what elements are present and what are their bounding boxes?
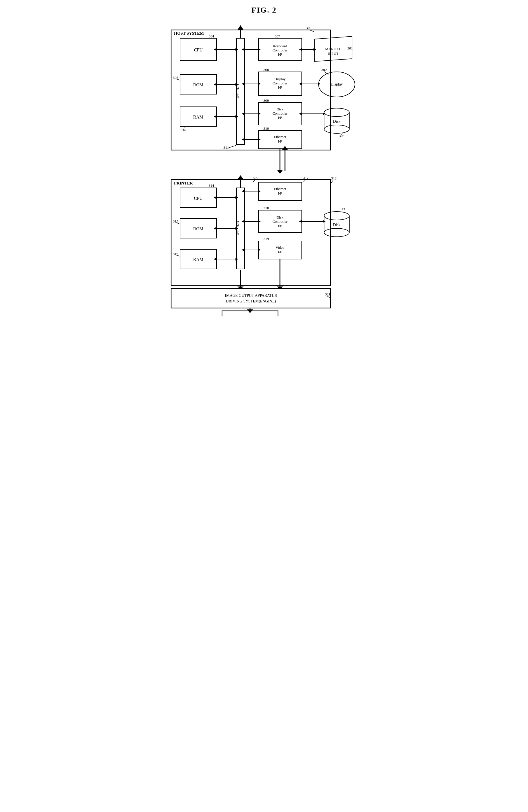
svg-text:Keyboard: Keyboard — [273, 44, 287, 48]
svg-point-122 — [324, 212, 349, 220]
svg-marker-147 — [323, 220, 326, 223]
svg-marker-148 — [299, 220, 302, 223]
svg-text:307: 307 — [275, 34, 280, 38]
svg-marker-74 — [242, 138, 244, 141]
svg-marker-136 — [214, 258, 216, 261]
svg-rect-36 — [258, 131, 302, 149]
svg-marker-167 — [247, 309, 253, 313]
svg-text:CPU: CPU — [237, 84, 240, 90]
svg-text:320: 320 — [253, 176, 258, 180]
svg-text:310: 310 — [263, 126, 269, 131]
svg-rect-12 — [180, 107, 216, 126]
svg-text:Disk: Disk — [333, 223, 340, 227]
svg-text:312: 312 — [331, 176, 337, 180]
svg-rect-95 — [180, 219, 216, 238]
svg-text:INPUT: INPUT — [328, 52, 338, 56]
svg-text:Disk: Disk — [276, 215, 284, 219]
svg-marker-82 — [323, 112, 326, 115]
svg-text:318: 318 — [263, 206, 269, 210]
svg-text:305: 305 — [173, 75, 179, 79]
svg-rect-162 — [222, 311, 278, 316]
svg-text:Display: Display — [274, 77, 286, 81]
svg-text:I/F: I/F — [278, 250, 282, 254]
svg-text:317: 317 — [303, 176, 309, 180]
svg-point-43 — [318, 72, 355, 97]
svg-line-152 — [331, 180, 333, 183]
svg-marker-77 — [299, 48, 302, 51]
svg-text:BUS: BUS — [237, 230, 240, 235]
svg-line-98 — [176, 222, 180, 224]
svg-line-112 — [303, 180, 305, 182]
svg-point-125 — [324, 228, 349, 237]
svg-text:Controller: Controller — [272, 111, 287, 115]
svg-text:321: 321 — [325, 292, 331, 296]
svg-text:RAM: RAM — [193, 115, 203, 119]
svg-line-157 — [328, 296, 331, 298]
svg-text:Ethernet: Ethernet — [274, 135, 286, 139]
svg-rect-99 — [180, 249, 216, 269]
svg-marker-40 — [314, 37, 352, 61]
svg-marker-65 — [242, 48, 244, 51]
svg-text:308: 308 — [263, 68, 269, 72]
svg-marker-62 — [214, 115, 216, 118]
svg-line-11 — [176, 79, 180, 80]
svg-text:IMAGE OUTPUT APPARATUS: IMAGE OUTPUT APPARATUS — [225, 293, 277, 298]
svg-line-53 — [341, 133, 342, 135]
svg-text:ROM: ROM — [193, 227, 203, 231]
svg-rect-108 — [258, 182, 302, 200]
svg-rect-8 — [180, 75, 216, 94]
svg-text:306: 306 — [181, 128, 186, 132]
svg-text:309: 309 — [263, 98, 269, 103]
svg-marker-76 — [314, 48, 316, 51]
svg-marker-141 — [258, 220, 261, 223]
svg-marker-129 — [236, 196, 238, 199]
svg-line-20 — [228, 145, 236, 148]
svg-text:303: 303 — [339, 134, 344, 138]
svg-text:304: 304 — [209, 34, 214, 38]
svg-text:CPU: CPU — [194, 196, 203, 201]
svg-line-102 — [176, 255, 180, 256]
svg-point-50 — [324, 125, 349, 133]
svg-marker-58 — [236, 83, 238, 86]
svg-marker-85 — [238, 25, 244, 30]
svg-text:DRIVING SYSTEM(ENGINE): DRIVING SYSTEM(ENGINE) — [226, 299, 276, 304]
svg-marker-139 — [242, 190, 244, 192]
svg-marker-130 — [214, 196, 216, 199]
svg-text:CPU: CPU — [237, 221, 240, 227]
svg-text:PRINTER: PRINTER — [174, 181, 193, 185]
svg-text:CPU: CPU — [194, 47, 203, 52]
svg-marker-83 — [299, 112, 302, 115]
svg-line-15 — [184, 127, 184, 131]
svg-text:Controller: Controller — [272, 219, 287, 223]
svg-marker-144 — [258, 248, 261, 251]
svg-text:302: 302 — [321, 68, 327, 72]
svg-marker-80 — [299, 83, 302, 85]
svg-marker-70 — [258, 112, 261, 115]
svg-rect-5 — [180, 38, 216, 61]
svg-text:Controller: Controller — [272, 48, 287, 52]
svg-marker-64 — [258, 48, 261, 51]
svg-rect-92 — [180, 188, 216, 207]
svg-text:Disk: Disk — [333, 119, 340, 124]
svg-rect-113 — [258, 210, 302, 233]
svg-text:316: 316 — [173, 251, 179, 256]
svg-rect-90 — [171, 179, 331, 286]
svg-text:I/F: I/F — [278, 52, 282, 56]
svg-text:I/F: I/F — [278, 191, 282, 195]
svg-text:RAM: RAM — [193, 257, 203, 262]
svg-text:315: 315 — [173, 219, 179, 223]
svg-marker-71 — [242, 112, 244, 115]
svg-rect-153 — [171, 288, 331, 308]
svg-text:319: 319 — [263, 237, 269, 241]
svg-marker-133 — [214, 227, 216, 230]
svg-marker-56 — [214, 48, 216, 51]
svg-rect-0 — [171, 30, 331, 150]
svg-marker-67 — [258, 83, 261, 85]
svg-text:Controller: Controller — [272, 81, 287, 85]
svg-text:I/F: I/F — [278, 115, 282, 120]
svg-rect-16 — [237, 38, 244, 145]
svg-rect-103 — [237, 188, 244, 269]
svg-text:313: 313 — [340, 207, 345, 211]
svg-marker-145 — [242, 248, 244, 251]
svg-text:MANUAL: MANUAL — [325, 47, 341, 51]
